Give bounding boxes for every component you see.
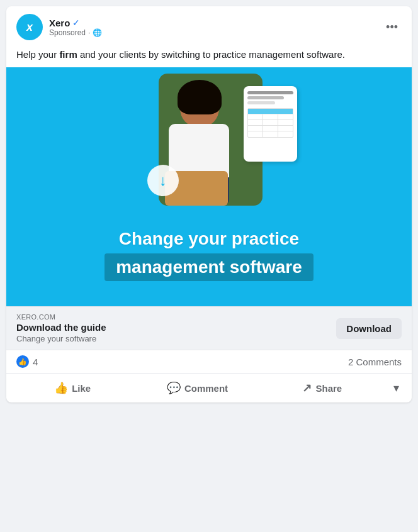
link-title: Download the guide bbox=[16, 322, 106, 333]
doc-table-header bbox=[248, 109, 293, 114]
ad-headline-line2: management software bbox=[116, 257, 302, 277]
ad-text-overlay: Change your practice management software bbox=[6, 228, 412, 281]
link-preview: XERO.COM Download the guide Change your … bbox=[6, 306, 412, 350]
like-action-label: Like bbox=[72, 383, 91, 394]
account-name[interactable]: Xero bbox=[49, 18, 70, 28]
link-subtitle: Change your software bbox=[16, 334, 106, 343]
avatar-logo: x bbox=[26, 21, 33, 34]
doc-line-3 bbox=[247, 101, 275, 104]
link-info: XERO.COM Download the guide Change your … bbox=[16, 313, 106, 343]
post-text-bold1: firm bbox=[59, 49, 77, 60]
comment-action-button[interactable]: 💬 Comment bbox=[136, 376, 258, 400]
more-options-button[interactable]: ••• bbox=[382, 17, 402, 38]
like-action-icon: 👍 bbox=[54, 381, 68, 395]
doc-table-row-4 bbox=[248, 131, 293, 137]
reactions-bar: 👍 4 2 Comments bbox=[6, 350, 412, 373]
doc-table-row-2 bbox=[248, 120, 293, 126]
ad-image-area[interactable]: ↓ Change your practice management softwa… bbox=[6, 67, 412, 306]
comments-count[interactable]: 2 Comments bbox=[348, 357, 402, 367]
download-arrow-icon: ↓ bbox=[159, 173, 167, 188]
globe-icon: 🌐 bbox=[93, 28, 102, 37]
doc-table bbox=[247, 108, 293, 138]
verified-icon: ✓ bbox=[72, 18, 80, 28]
comment-action-label: Comment bbox=[184, 383, 228, 394]
reactions-left: 👍 4 bbox=[16, 355, 38, 368]
doc-table-row-3 bbox=[248, 126, 293, 131]
ad-subheadline-box: management software bbox=[104, 253, 314, 281]
doc-line-2 bbox=[247, 96, 284, 99]
chevron-down-icon: ▾ bbox=[393, 381, 399, 395]
post-text: Help your firm and your clients by switc… bbox=[6, 48, 412, 67]
download-button[interactable]: Download bbox=[336, 318, 402, 339]
share-action-button[interactable]: ↗ Share bbox=[261, 376, 383, 400]
actions-bar: 👍 Like 💬 Comment ↗ Share ▾ bbox=[6, 373, 412, 402]
account-name-row: Xero ✓ bbox=[49, 18, 102, 28]
like-reaction-icon: 👍 bbox=[16, 355, 29, 368]
account-details: Xero ✓ Sponsored · 🌐 bbox=[49, 18, 102, 37]
post-text-part2: and your clients by switching to practic… bbox=[77, 49, 345, 60]
comment-action-icon: 💬 bbox=[167, 381, 181, 395]
avatar[interactable]: x bbox=[16, 14, 43, 40]
download-circle: ↓ bbox=[147, 165, 179, 196]
share-action-icon: ↗ bbox=[302, 381, 312, 395]
share-action-label: Share bbox=[315, 383, 342, 394]
thumbs-up-icon: 👍 bbox=[18, 358, 27, 366]
link-domain: XERO.COM bbox=[16, 313, 106, 321]
account-info-section: x Xero ✓ Sponsored · 🌐 bbox=[16, 14, 102, 40]
post-header: x Xero ✓ Sponsored · 🌐 ••• bbox=[6, 6, 412, 48]
sponsored-label: Sponsored bbox=[49, 28, 86, 37]
person-hair bbox=[178, 80, 222, 114]
reactions-count: 4 bbox=[33, 357, 38, 367]
facebook-ad-card: x Xero ✓ Sponsored · 🌐 ••• Help your fir… bbox=[6, 6, 412, 402]
more-actions-button[interactable]: ▾ bbox=[386, 376, 407, 400]
doc-line-1 bbox=[247, 91, 293, 94]
separator: · bbox=[88, 28, 90, 37]
doc-table-row-1 bbox=[248, 114, 293, 120]
like-action-button[interactable]: 👍 Like bbox=[11, 376, 133, 400]
post-text-part1: Help your bbox=[16, 49, 59, 60]
ad-headline-line1: Change your practice bbox=[6, 228, 412, 250]
document-card bbox=[244, 86, 297, 162]
sponsored-row: Sponsored · 🌐 bbox=[49, 28, 102, 37]
